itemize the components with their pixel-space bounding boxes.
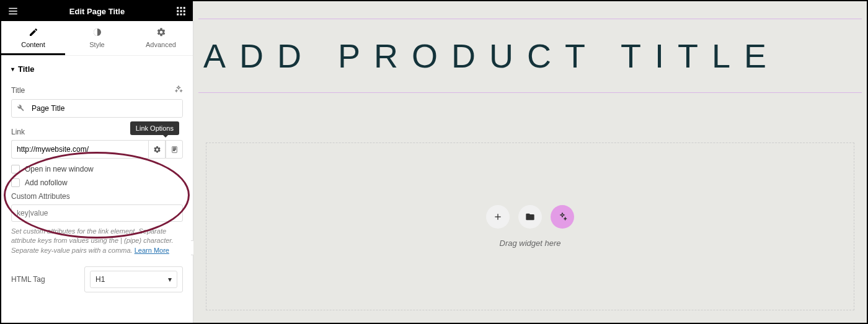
svg-rect-8 [184,11,185,12]
caret-down-icon: ▾ [11,66,14,72]
nofollow-checkbox[interactable]: Add nofollow [11,178,183,187]
svg-rect-7 [180,11,182,12]
checkbox-icon [11,165,20,173]
tab-label: Advanced [146,41,176,48]
link-options-button[interactable] [148,140,166,159]
title-input[interactable] [29,100,182,117]
apps-grid-icon[interactable] [174,4,188,18]
link-label: Link [11,128,25,136]
chevron-down-icon: ▾ [168,275,172,284]
svg-rect-3 [177,7,179,9]
widget-dropzone[interactable]: Drag widget here [206,142,854,310]
ai-button[interactable] [551,205,574,229]
tab-advanced[interactable]: Advanced [129,21,193,55]
dropzone-text: Drag widget here [500,239,561,248]
page-title-widget[interactable]: ADD PRODUCT TITLE [198,19,862,93]
select-value: H1 [95,275,105,284]
content-panel: ▾ Title Title Link Link Options [1,56,193,323]
dynamic-tags-icon[interactable] [174,85,183,95]
svg-rect-14 [173,147,175,148]
section-label: Title [18,64,35,74]
svg-rect-10 [180,14,182,15]
link-input-row: Link Options [11,140,183,159]
svg-rect-5 [184,7,185,9]
hamburger-icon[interactable] [6,4,20,18]
wrench-icon[interactable] [12,103,29,114]
custom-attributes-label: Custom Attributes [11,192,183,201]
help-text: Set custom attributes for the link eleme… [11,227,183,255]
title-label: Title [11,86,25,95]
open-new-window-checkbox[interactable]: Open in new window [11,165,183,173]
svg-rect-9 [177,14,179,15]
svg-rect-6 [177,11,179,12]
tab-label: Style [89,41,104,48]
checkbox-label: Open in new window [25,165,94,173]
editor-sidebar: Edit Page Title Content Style Advanced ▾… [1,1,193,323]
svg-rect-11 [184,14,185,15]
folder-button[interactable] [518,205,542,229]
dynamic-link-button[interactable] [166,140,183,159]
editor-tabs: Content Style Advanced [1,21,193,56]
html-tag-row: HTML Tag H1 ▾ [11,266,183,292]
editor-canvas: ADD PRODUCT TITLE Drag widget here [193,1,867,323]
svg-rect-16 [173,150,175,151]
checkbox-icon [11,178,20,187]
sidebar-header: Edit Page Title [1,1,193,21]
dropzone-buttons [486,205,574,229]
svg-rect-4 [180,7,182,9]
title-input-wrap [11,99,183,118]
tab-style[interactable]: Style [65,21,129,55]
tab-label: Content [21,41,45,48]
checkbox-label: Add nofollow [25,178,68,187]
html-tag-label: HTML Tag [11,275,73,284]
section-toggle-title[interactable]: ▾ Title [11,64,183,74]
add-widget-button[interactable] [486,205,510,229]
panel-title: Edit Page Title [20,7,174,16]
svg-rect-15 [173,149,175,149]
tab-content[interactable]: Content [1,21,65,55]
html-tag-select[interactable]: H1 ▾ [84,266,183,292]
link-options-tooltip: Link Options [130,121,179,135]
custom-attributes-input[interactable] [11,204,183,222]
learn-more-link[interactable]: Learn More [135,247,169,254]
title-label-row: Title [11,85,183,95]
link-input[interactable] [11,140,148,159]
